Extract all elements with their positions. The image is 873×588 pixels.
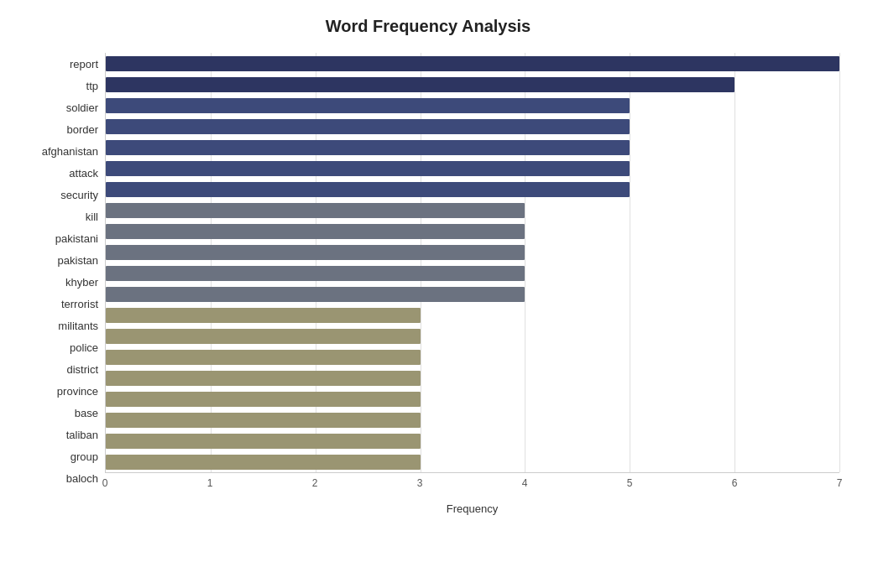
x-tick: 4 <box>522 477 528 489</box>
bar <box>106 308 421 323</box>
x-tick: 1 <box>207 477 213 489</box>
bar-row <box>106 158 839 179</box>
bars-and-xaxis: 01234567 Frequency <box>105 53 839 515</box>
x-tick: 6 <box>732 477 738 489</box>
bar <box>106 119 630 134</box>
bar-row <box>106 304 839 325</box>
y-label: terrorist <box>61 294 98 315</box>
chart-area: reportttpsoldierborderafghanistanattacks… <box>17 53 839 515</box>
x-axis-label: Frequency <box>105 502 839 515</box>
x-tick: 0 <box>102 477 108 489</box>
bar <box>106 371 421 386</box>
y-label: pakistani <box>55 227 98 249</box>
y-label: security <box>60 184 98 206</box>
y-label: kill <box>86 206 98 227</box>
y-label: district <box>66 359 98 381</box>
bar-row <box>106 367 839 388</box>
y-label: afghanistan <box>42 140 98 162</box>
grid-line <box>839 53 840 472</box>
y-label: soldier <box>66 96 98 118</box>
bar <box>106 161 630 176</box>
bar <box>106 140 630 155</box>
x-tick: 7 <box>837 477 843 489</box>
bar <box>106 56 839 71</box>
bar-row <box>106 116 839 137</box>
bar-row <box>106 179 839 200</box>
chart-container: Word Frequency Analysis reportttpsoldier… <box>0 0 873 588</box>
bar-row <box>106 451 839 472</box>
y-label: province <box>57 381 98 403</box>
y-label: pakistan <box>58 249 98 271</box>
bar-row <box>106 137 839 158</box>
y-label: militants <box>58 315 98 337</box>
x-tick: 5 <box>627 477 633 489</box>
bar-row <box>106 53 839 74</box>
bar <box>106 287 525 302</box>
bar <box>106 266 525 281</box>
y-label: base <box>75 403 98 424</box>
y-label: border <box>66 118 98 140</box>
bar <box>106 98 630 113</box>
y-label: baloch <box>66 468 98 490</box>
bar-row <box>106 284 839 304</box>
bar-row <box>106 388 839 409</box>
y-axis: reportttpsoldierborderafghanistanattacks… <box>17 53 105 515</box>
x-axis: 01234567 <box>105 473 839 498</box>
bar <box>106 434 421 449</box>
bar <box>106 224 525 239</box>
bar-row <box>106 346 839 367</box>
bar-row <box>106 74 839 95</box>
bar <box>106 182 630 197</box>
bar <box>106 329 421 344</box>
bar-row <box>106 325 839 346</box>
y-label: police <box>70 337 98 359</box>
y-label: khyber <box>65 271 98 293</box>
bar-row <box>106 430 839 451</box>
y-label: ttp <box>86 75 98 96</box>
bar <box>106 203 525 218</box>
bar <box>106 455 421 470</box>
bar-row <box>106 200 839 221</box>
y-label: report <box>70 53 98 75</box>
bars-area <box>105 53 839 473</box>
y-label: group <box>71 446 98 468</box>
bar-row <box>106 95 839 116</box>
bar-row <box>106 221 839 242</box>
y-label: attack <box>69 162 98 184</box>
bar <box>106 392 421 407</box>
x-tick: 3 <box>417 477 423 489</box>
bar-row <box>106 263 839 284</box>
x-tick: 2 <box>312 477 318 489</box>
chart-title: Word Frequency Analysis <box>17 17 839 36</box>
bar <box>106 77 734 92</box>
bar-row <box>106 242 839 263</box>
bar-row <box>106 409 839 430</box>
bar <box>106 350 421 365</box>
bar <box>106 413 421 428</box>
bar <box>106 245 525 260</box>
y-label: taliban <box>66 424 98 446</box>
